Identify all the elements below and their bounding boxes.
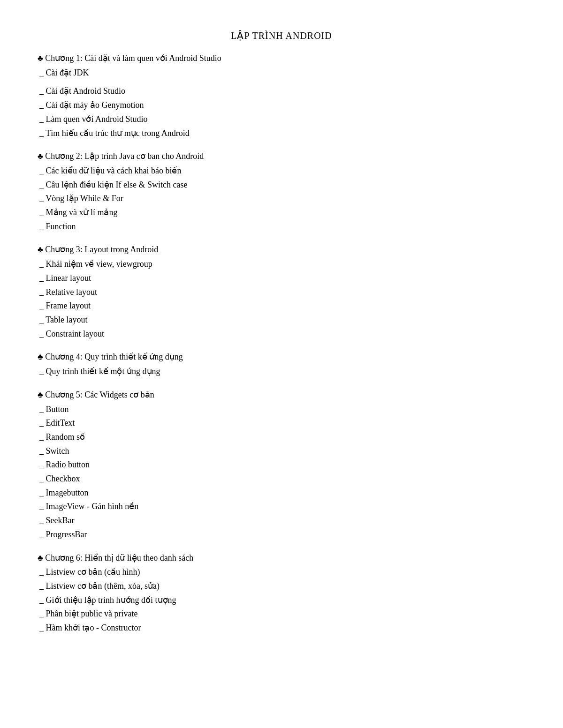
chapter-item: _ Cài đặt Android Studio: [38, 84, 525, 98]
chapter-item: _ Imagebutton: [38, 486, 525, 500]
chapter-item: _ ImageView - Gán hình nền: [38, 500, 525, 514]
chapter-section-4: ♣ Chương 4: Quy trình thiết kế ứng dụng_…: [38, 350, 525, 378]
chapter-item: _ Cài đặt JDK: [38, 66, 525, 80]
chapter-item: _ Quy trình thiết kế một ứng dụng: [38, 365, 525, 379]
chapter-item: _ Giới thiệu lập trình hướng đối tượng: [38, 593, 525, 608]
chapter-item: _ Hàm khởi tạo - Constructor: [38, 621, 525, 635]
chapter-section-3: ♣ Chương 3: Layout trong Android_ Khái n…: [38, 243, 525, 341]
chapter-header-3: ♣ Chương 3: Layout trong Android: [38, 243, 525, 256]
chapter-item: _ Table layout: [38, 313, 525, 327]
chapter-item: _ Vòng lặp While & For: [38, 192, 525, 206]
chapter-item: _ Relative layout: [38, 285, 525, 300]
chapter-section-5: ♣ Chương 5: Các Widgets cơ bản_ Button_ …: [38, 388, 525, 542]
chapter-item: _ Các kiểu dữ liệu và cách khai báo biến: [38, 164, 525, 178]
chapter-item: _ Câu lệnh điều kiện If else & Switch ca…: [38, 178, 525, 192]
spacer: [38, 80, 525, 84]
chapter-item: _ Listview cơ bản (thêm, xóa, sửa): [38, 579, 525, 593]
chapter-item: _ Linear layout: [38, 271, 525, 285]
chapter-section-6: ♣ Chương 6: Hiển thị dữ liệu theo danh s…: [38, 551, 525, 635]
content-area: ♣ Chương 1: Cài đặt và làm quen với Andr…: [38, 52, 525, 635]
chapter-item: _ Constraint layout: [38, 327, 525, 341]
chapter-item: _ Mảng và xử lí mảng: [38, 206, 525, 220]
chapter-header-6: ♣ Chương 6: Hiển thị dữ liệu theo danh s…: [38, 551, 525, 565]
chapter-item: _ Checkbox: [38, 472, 525, 486]
chapter-item: _ Cài đặt máy ảo Genymotion: [38, 98, 525, 113]
chapter-header-2: ♣ Chương 2: Lập trình Java cơ ban cho An…: [38, 150, 525, 163]
chapter-item: _ EditText: [38, 416, 525, 430]
chapter-item: _ Function: [38, 220, 525, 234]
chapter-item: _ SeekBar: [38, 514, 525, 528]
chapter-header-5: ♣ Chương 5: Các Widgets cơ bản: [38, 388, 525, 402]
chapter-section-2: ♣ Chương 2: Lập trình Java cơ ban cho An…: [38, 150, 525, 233]
chapter-item: _ Listview cơ bản (cấu hình): [38, 565, 525, 579]
chapter-item: _ Phân biệt public và private: [38, 607, 525, 621]
chapter-item: _ Làm quen với Android Studio: [38, 113, 525, 127]
chapter-item: _ Random số: [38, 430, 525, 444]
chapter-item: _ Radio button: [38, 458, 525, 472]
chapter-header-4: ♣ Chương 4: Quy trình thiết kế ứng dụng: [38, 350, 525, 364]
chapter-header-1: ♣ Chương 1: Cài đặt và làm quen với Andr…: [38, 52, 525, 65]
chapter-item: _ Frame layout: [38, 299, 525, 313]
page-title: LẬP TRÌNH ANDROID: [38, 28, 525, 43]
chapter-section-1: ♣ Chương 1: Cài đặt và làm quen với Andr…: [38, 52, 525, 140]
chapter-item: _ Switch: [38, 444, 525, 458]
chapter-item: _ ProgressBar: [38, 528, 525, 542]
chapter-item: _ Khái niệm về view, viewgroup: [38, 257, 525, 271]
chapter-item: _ Tìm hiểu cấu trúc thư mục trong Androi…: [38, 127, 525, 141]
chapter-item: _ Button: [38, 403, 525, 417]
